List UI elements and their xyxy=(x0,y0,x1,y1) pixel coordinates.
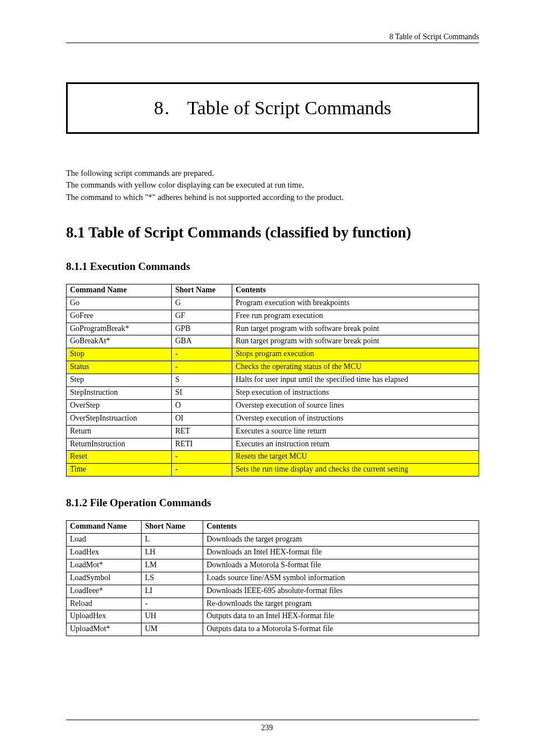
table-cell: Run target program with software break p… xyxy=(232,323,479,335)
subsection-heading-8-1-2: 8.1.2 File Operation Commands xyxy=(66,497,479,509)
table-cell: Step execution of instructions xyxy=(232,387,479,400)
table-row: StepSHalts for user input until the spec… xyxy=(67,374,479,387)
table-cell: Stops program execution xyxy=(232,348,479,361)
table-cell: O xyxy=(172,399,232,412)
col-header-name: Command Name xyxy=(67,521,142,534)
page-number: 239 xyxy=(0,724,534,732)
table-cell: Reset xyxy=(67,451,172,464)
table-cell: G xyxy=(172,297,232,310)
table-row: Status-Checks the operating status of th… xyxy=(67,361,479,374)
table-cell: Downloads IEEE-695 absolute-format files xyxy=(203,585,479,598)
table-cell: GBA xyxy=(172,335,232,348)
col-header-short: Short Name xyxy=(172,284,232,297)
table-cell: UH xyxy=(142,610,203,623)
table-cell: RETI xyxy=(172,438,232,451)
table-cell: Status xyxy=(67,361,172,374)
table-cell: Load xyxy=(67,534,142,547)
table-cell: Re-downloads the target program xyxy=(203,598,479,610)
table-cell: Executes an instruction return xyxy=(232,438,479,451)
table-cell: Checks the operating status of the MCU xyxy=(232,361,479,374)
table-cell: Stop xyxy=(67,348,172,361)
table-cell: UploadMot* xyxy=(67,623,142,636)
table-execution-commands: Command Name Short Name Contents GoGProg… xyxy=(66,284,479,477)
table-cell: Overstep execution of instructions xyxy=(232,412,479,425)
table-cell: LS xyxy=(142,572,203,585)
table-cell: Halts for user input until the specified… xyxy=(232,374,479,387)
table-cell: UM xyxy=(142,623,203,636)
table-cell: Free run program execution xyxy=(232,310,479,323)
table-cell: RET xyxy=(172,425,232,438)
table-row: Stop-Stops program execution xyxy=(67,348,479,361)
table-cell: SI xyxy=(172,387,232,400)
table-cell: - xyxy=(172,348,232,361)
table-cell: L xyxy=(142,534,203,547)
table-header-row: Command Name Short Name Contents xyxy=(67,284,479,297)
table-cell: Downloads an Intel HEX-format file xyxy=(203,547,479,559)
table-cell: Program execution with breakpoints xyxy=(232,297,479,310)
section-heading-8-1: 8.1 Table of Script Commands (classified… xyxy=(66,224,479,241)
table-cell: Downloads the target program xyxy=(203,534,479,547)
table-cell: OI xyxy=(172,412,232,425)
table-row: UploadMot*UMOutputs data to a Motorola S… xyxy=(67,623,479,636)
table-cell: Sets the run time display and checks the… xyxy=(232,464,479,477)
intro-line: The command to which "*" adheres behind … xyxy=(66,192,479,203)
table-cell: GPB xyxy=(172,323,232,335)
table-cell: LoadHex xyxy=(67,547,142,559)
table-row: LoadMot*LMDownloads a Motorola S-format … xyxy=(67,559,479,572)
table-row: Reload-Re-downloads the target program xyxy=(67,598,479,610)
table-cell: Outputs data to an Intel HEX-format file xyxy=(203,610,479,623)
table-cell: UploadHex xyxy=(67,610,142,623)
table-cell: Run target program with software break p… xyxy=(232,335,479,348)
table-row: ReturnInstructionRETIExecutes an instruc… xyxy=(67,438,479,451)
col-header-contents: Contents xyxy=(203,521,479,534)
table-cell: Reload xyxy=(67,598,142,610)
table-header-row: Command Name Short Name Contents xyxy=(67,521,479,534)
table-row: LoadIeee*LIDownloads IEEE-695 absolute-f… xyxy=(67,585,479,598)
table-cell: OverStep xyxy=(67,399,172,412)
table-cell: LI xyxy=(142,585,203,598)
table-row: LoadSymbolLSLoads source line/ASM symbol… xyxy=(67,572,479,585)
chapter-title-box: 8. Table of Script Commands xyxy=(66,82,479,134)
table-cell: Downloads a Motorola S-format file xyxy=(203,559,479,572)
subsection-heading-8-1-1: 8.1.1 Execution Commands xyxy=(66,260,479,273)
table-cell: Resets the target MCU xyxy=(232,451,479,464)
table-body: GoGProgram execution with breakpointsGoF… xyxy=(67,297,479,476)
table-row: OverStepOOverstep execution of source li… xyxy=(67,399,479,412)
table-cell: Go xyxy=(67,297,172,310)
table-cell: - xyxy=(172,451,232,464)
table-row: GoBreakAt*GBARun target program with sof… xyxy=(67,335,479,348)
table-cell: - xyxy=(142,598,203,610)
table-cell: LoadMot* xyxy=(67,559,142,572)
table-cell: GoFree xyxy=(67,310,172,323)
table-row: UploadHexUHOutputs data to an Intel HEX-… xyxy=(67,610,479,623)
table-file-operation-commands: Command Name Short Name Contents LoadLDo… xyxy=(66,520,479,636)
chapter-title: Table of Script Commands xyxy=(187,97,391,118)
page: 8 Table of Script Commands 8. Table of S… xyxy=(0,0,534,756)
table-body: LoadLDownloads the target programLoadHex… xyxy=(67,534,479,636)
col-header-contents: Contents xyxy=(232,284,479,297)
table-row: Time-Sets the run time display and check… xyxy=(67,464,479,477)
header-rule xyxy=(66,43,479,43)
intro-line: The commands with yellow color displayin… xyxy=(66,179,479,190)
table-cell: Time xyxy=(67,464,172,477)
table-cell: Step xyxy=(67,374,172,387)
table-row: OverStepInstruactionOIOverstep execution… xyxy=(67,412,479,425)
table-cell: LH xyxy=(142,547,203,559)
table-cell: OverStepInstruaction xyxy=(67,412,172,425)
footer-rule xyxy=(66,720,479,720)
running-header: 8 Table of Script Commands xyxy=(66,32,479,41)
table-cell: Loads source line/ASM symbol information xyxy=(203,572,479,585)
table-cell: - xyxy=(172,464,232,477)
table-row: GoGProgram execution with breakpoints xyxy=(67,297,479,310)
table-cell: - xyxy=(172,361,232,374)
table-cell: Executes a source line return xyxy=(232,425,479,438)
table-row: ReturnRETExecutes a source line return xyxy=(67,425,479,438)
table-cell: Overstep execution of source lines xyxy=(232,399,479,412)
table-row: LoadLDownloads the target program xyxy=(67,534,479,547)
intro-paragraphs: The following script commands are prepar… xyxy=(66,167,479,203)
col-header-short: Short Name xyxy=(142,521,203,534)
table-row: GoFreeGFFree run program execution xyxy=(67,310,479,323)
table-cell: StepInstruction xyxy=(67,387,172,400)
table-cell: LoadIeee* xyxy=(67,585,142,598)
table-cell: ReturnInstruction xyxy=(67,438,172,451)
